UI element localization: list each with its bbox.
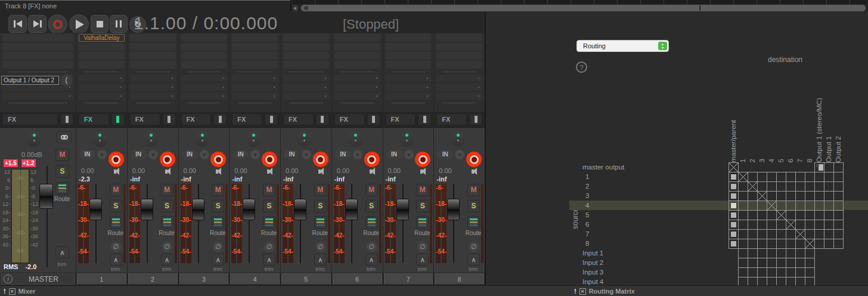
matrix-cell[interactable] [795,220,805,230]
go-to-start-button[interactable] [8,15,27,33]
matrix-cell[interactable] [738,181,748,192]
fx-slot[interactable] [436,34,482,42]
pan-knob[interactable] [195,132,210,147]
matrix-cell[interactable] [748,248,758,258]
fx-slot[interactable] [232,52,278,60]
solo-button[interactable]: S [212,200,224,212]
send-slot[interactable] [79,75,125,82]
send-slot[interactable] [283,84,329,91]
send-slot[interactable] [2,92,73,100]
fader-handle[interactable] [243,199,255,220]
matrix-cell[interactable] [757,191,767,201]
fx-slot[interactable] [181,52,227,60]
scrollbar-track[interactable] [301,5,866,11]
matrix-cell[interactable] [814,210,824,220]
matrix-cell[interactable] [767,172,777,182]
send-slot[interactable] [232,84,278,91]
phase-button[interactable]: ∅ [469,242,479,252]
matrix-cell[interactable] [738,258,748,268]
mute-button[interactable]: M [467,184,480,196]
matrix-cell[interactable] [786,267,796,278]
routing-mode-select[interactable]: Routing ▴ ▾ [576,40,669,52]
input-dropdown[interactable]: ▼ [455,150,464,159]
phase-button[interactable]: ∅ [367,242,377,252]
matrix-cell[interactable] [728,191,739,201]
trim-button[interactable]: ∧ [314,254,327,266]
channel-number[interactable]: 8 [435,273,484,285]
fx-enable-toggle[interactable] [367,113,380,125]
matrix-cell[interactable] [805,201,815,211]
route-button[interactable] [467,216,480,229]
send-slot[interactable] [79,92,125,100]
route-button[interactable] [416,216,429,229]
fx-enable-toggle[interactable] [163,113,176,125]
input-button[interactable]: IN [232,150,249,159]
matrix-cell[interactable] [767,229,777,239]
input-dropdown[interactable]: ▼ [302,150,311,159]
send-slot[interactable] [79,84,125,91]
matrix-cell[interactable] [728,172,739,182]
scrollbar-thumb[interactable] [304,6,308,10]
matrix-cell[interactable] [776,229,786,239]
matrix-cell[interactable] [738,229,748,239]
channel-number[interactable]: 4 [230,273,280,285]
fx-slot[interactable] [386,52,432,60]
matrix-cell[interactable] [776,258,786,268]
matrix-cell[interactable] [748,191,758,201]
trim-button[interactable]: ∧ [212,254,224,266]
matrix-cell[interactable] [767,210,777,220]
mute-button[interactable]: M [55,149,69,161]
matrix-cell[interactable] [738,191,748,201]
fx-slot[interactable] [283,34,329,42]
fx-button[interactable]: FX [130,113,160,125]
matrix-cell[interactable] [776,239,786,249]
pan-knob[interactable] [451,132,466,147]
matrix-cell[interactable] [728,201,739,211]
matrix-cell[interactable] [814,162,824,172]
fx-slot[interactable] [232,43,278,51]
channel-number[interactable]: 3 [179,273,229,285]
matrix-cell[interactable] [757,201,767,211]
matrix-cell[interactable] [805,267,815,278]
fx-slot[interactable] [79,43,125,51]
fx-button[interactable]: FX [436,113,467,125]
matrix-cell[interactable] [833,181,844,192]
matrix-cell[interactable] [738,248,748,258]
matrix-cell[interactable] [767,181,777,192]
trim-button[interactable]: ∧ [110,254,122,266]
route-button[interactable] [314,216,327,229]
master-name-cell[interactable]: i MASTER [1,273,75,285]
input-button[interactable]: IN [79,150,95,159]
send-slot[interactable] [334,75,380,82]
matrix-cell[interactable] [767,258,777,268]
fx-enable-toggle[interactable] [213,113,227,125]
matrix-cell[interactable] [728,229,739,239]
send-slot[interactable] [386,75,432,82]
record-arm-button[interactable] [415,152,430,167]
matrix-cell[interactable] [748,220,758,230]
clip-indicators[interactable]: +1.5 +1.2 [4,159,36,167]
fx-slot[interactable] [283,61,329,69]
matrix-cell[interactable] [814,181,824,192]
fx-slot[interactable] [232,34,278,42]
matrix-cell[interactable] [786,248,796,258]
send-slot[interactable] [181,92,227,100]
send-slot[interactable] [130,92,176,100]
send-slot[interactable] [130,84,176,91]
close-checkbox-icon[interactable]: ✕ [579,288,586,295]
matrix-cell[interactable] [833,220,844,230]
scroll-left-button[interactable] [292,5,299,12]
fx-button[interactable]: FX [79,113,109,125]
fx-slot[interactable] [2,61,73,69]
fx-enable-toggle[interactable] [265,113,278,125]
fx-slot[interactable] [181,34,227,42]
matrix-cell[interactable] [757,181,767,192]
fx-slot[interactable] [334,61,380,69]
record-button[interactable] [48,14,67,34]
channel-number[interactable]: 7 [384,273,433,285]
fx-slot[interactable] [334,52,380,60]
record-arm-button[interactable] [313,152,328,167]
mute-button[interactable]: M [110,184,122,196]
trim-button[interactable]: ∧ [416,254,429,266]
matrix-cell[interactable] [776,248,786,258]
